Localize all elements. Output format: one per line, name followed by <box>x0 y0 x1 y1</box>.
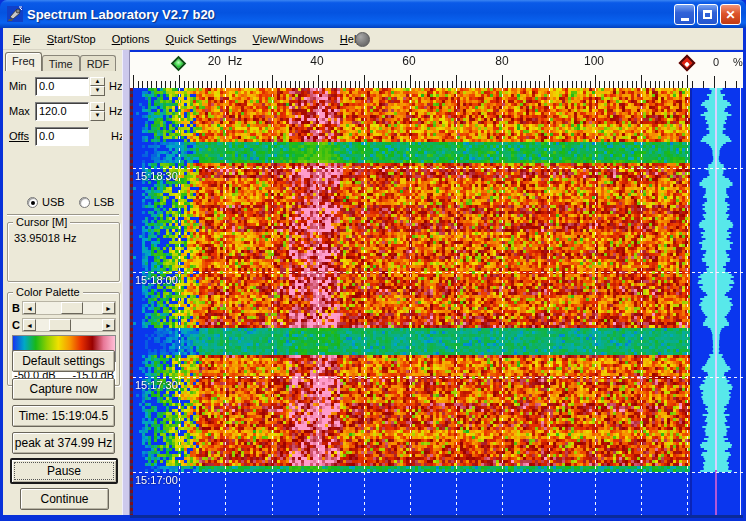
sideband-select: USB LSB <box>27 196 114 208</box>
cursor-frequency-readout: 33.95018 Hz <box>14 232 76 244</box>
spin-down-icon[interactable]: ▼ <box>90 86 105 96</box>
menu-start-stop[interactable]: Start/Stop <box>39 30 104 48</box>
close-button[interactable]: ✕ <box>720 4 741 25</box>
amplitude-monitor <box>692 88 743 515</box>
panel-tabs: Freq Time RDF <box>5 52 116 71</box>
contrast-scrollbar[interactable]: ◄ ► <box>22 318 116 332</box>
brightness-label: B <box>12 302 22 314</box>
radio-usb-dot <box>27 197 38 208</box>
capture-now-button[interactable]: Capture now <box>12 378 115 400</box>
usb-label: USB <box>42 196 65 208</box>
tab-time[interactable]: Time <box>42 55 80 71</box>
min-freq-stepper: ▲ ▼ <box>90 77 105 96</box>
maximize-button[interactable] <box>697 4 718 25</box>
title-bar[interactable]: Spectrum Laboratory V2.7 b20 ✕ <box>0 0 746 28</box>
spin-down-icon[interactable]: ▼ <box>90 111 105 121</box>
menu-view-windows[interactable]: View/Windows <box>245 30 332 48</box>
app-icon <box>7 6 23 22</box>
window-title: Spectrum Laboratory V2.7 b20 <box>27 7 215 22</box>
percent-sign-label: % <box>733 56 743 68</box>
status-indicator-icon <box>355 32 370 47</box>
spin-up-icon[interactable]: ▲ <box>90 77 105 87</box>
focus-rect <box>14 462 114 480</box>
time-label: 15:17:00 <box>135 474 178 486</box>
palette-group-title: Color Palette <box>13 286 83 298</box>
contrast-label: C <box>12 319 22 331</box>
radio-lsb-dot <box>79 197 90 208</box>
menu-file[interactable]: File <box>5 30 39 48</box>
panel-splitter[interactable] <box>122 50 130 515</box>
time-display-button[interactable]: Time: 15:19:04.5 <box>12 405 115 427</box>
menu-quick-settings[interactable]: Quick Settings <box>158 30 245 48</box>
peak-readout-button[interactable]: peak at 374.99 Hz <box>12 432 115 454</box>
maximize-icon <box>703 10 712 19</box>
bottom-border <box>130 515 743 518</box>
minimize-button[interactable] <box>674 4 695 25</box>
tab-rdf[interactable]: RDF <box>80 55 117 71</box>
min-freq-input[interactable] <box>35 77 89 96</box>
radio-lsb[interactable]: LSB <box>79 196 115 208</box>
continue-button[interactable]: Continue <box>20 488 109 510</box>
cursor-groupbox: Cursor [M] 33.95018 Hz <box>7 222 120 282</box>
spectrum-lab-window: { "title_bar": { "title": "Spectrum Labo… <box>0 0 746 521</box>
max-label: Max <box>9 105 35 117</box>
arrow-right-icon[interactable]: ► <box>102 319 115 331</box>
minimize-icon <box>681 18 689 21</box>
menu-bar: File Start/Stop Options Quick Settings V… <box>3 28 743 50</box>
menu-options[interactable]: Options <box>104 30 158 48</box>
min-label: Min <box>9 80 35 92</box>
arrow-right-icon[interactable]: ► <box>102 302 115 314</box>
arrow-left-icon[interactable]: ◄ <box>23 302 36 314</box>
arrow-left-icon[interactable]: ◄ <box>23 319 36 331</box>
ruler-label-80hz: 80 <box>495 54 508 68</box>
ruler-label-40hz: 40 <box>310 54 323 68</box>
time-label: 15:17:30 <box>135 379 178 391</box>
spin-up-icon[interactable]: ▲ <box>90 102 105 112</box>
max-freq-input[interactable] <box>35 102 89 121</box>
max-unit: Hz <box>109 105 122 117</box>
waterfall-spectrogram[interactable] <box>133 88 690 515</box>
contrast-thumb[interactable] <box>49 319 71 331</box>
frequency-ruler: 20 Hz 40 60 80 100 0 % <box>130 52 743 88</box>
ruler-label-100hz: 100 <box>584 54 604 68</box>
time-label: 15:18:00 <box>135 274 178 286</box>
tab-freq[interactable]: Freq <box>5 52 42 71</box>
offs-label[interactable]: Offs <box>9 130 35 142</box>
ruler-label-60hz: 60 <box>402 54 415 68</box>
brightness-scrollbar[interactable]: ◄ ► <box>22 301 116 315</box>
radio-usb[interactable]: USB <box>27 196 65 208</box>
pause-button[interactable]: Pause <box>10 458 118 484</box>
percent-zero-label: 0 <box>713 56 719 68</box>
offset-input[interactable] <box>35 127 89 146</box>
time-label: 15:18:30 <box>135 170 178 182</box>
max-freq-stepper: ▲ ▼ <box>90 102 105 121</box>
default-settings-button[interactable]: Default settings <box>12 350 115 372</box>
brightness-thumb[interactable] <box>61 302 83 314</box>
cursor-group-title: Cursor [M] <box>13 216 70 228</box>
min-unit: Hz <box>109 80 122 92</box>
control-panel: Freq Time RDF Min ▲ ▼ Hz Max ▲ ▼ Hz Offs… <box>3 50 122 515</box>
lsb-label: LSB <box>94 196 115 208</box>
ruler-label-20hz: 20 Hz <box>208 54 243 68</box>
close-icon: ✕ <box>725 8 735 22</box>
